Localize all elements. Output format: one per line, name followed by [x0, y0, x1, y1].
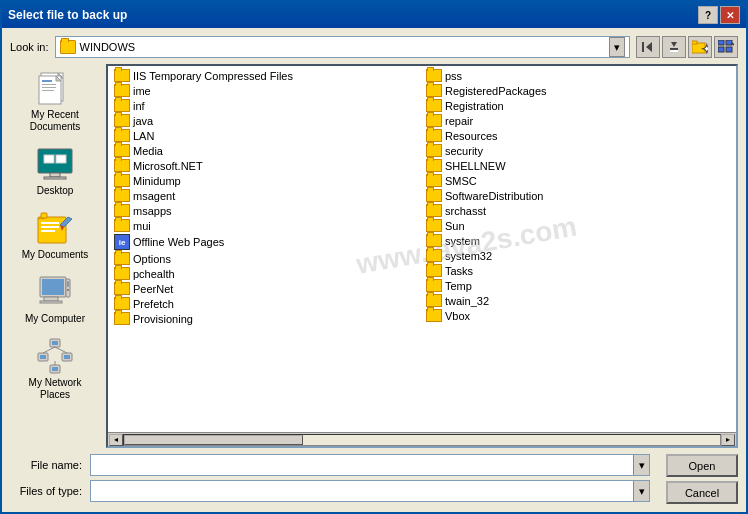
list-item[interactable]: java: [110, 113, 422, 128]
view-button[interactable]: [714, 36, 738, 58]
sidebar-item-recent[interactable]: My Recent Documents: [10, 64, 100, 138]
list-item[interactable]: system32: [422, 248, 734, 263]
folder-icon: [426, 159, 442, 172]
scroll-right-button[interactable]: ▸: [721, 434, 735, 446]
list-item[interactable]: twain_32: [422, 293, 734, 308]
list-item[interactable]: mui: [110, 218, 422, 233]
list-item[interactable]: Options: [110, 251, 422, 266]
filename-input[interactable]: [91, 455, 633, 475]
sidebar-item-desktop[interactable]: Desktop: [10, 140, 100, 202]
file-item-name: Minidump: [133, 175, 181, 187]
file-item-name: repair: [445, 115, 473, 127]
file-item-name: security: [445, 145, 483, 157]
list-item[interactable]: Sun: [422, 218, 734, 233]
list-item[interactable]: pss: [422, 68, 734, 83]
new-folder-button[interactable]: ✦: [688, 36, 712, 58]
svg-rect-36: [67, 289, 69, 291]
folder-icon: [114, 312, 130, 325]
list-item[interactable]: Temp: [422, 278, 734, 293]
filename-dropdown-arrow[interactable]: ▾: [633, 455, 649, 475]
combo-dropdown-arrow[interactable]: ▾: [609, 37, 625, 57]
back-button[interactable]: [636, 36, 660, 58]
file-item-name: SoftwareDistribution: [445, 190, 543, 202]
list-item[interactable]: IIS Temporary Compressed Files: [110, 68, 422, 83]
folder-icon: [426, 114, 442, 127]
close-button[interactable]: ✕: [720, 6, 740, 24]
open-button[interactable]: Open: [666, 454, 738, 477]
file-item-name: mui: [133, 220, 151, 232]
list-item[interactable]: Vbox: [422, 308, 734, 323]
list-item[interactable]: LAN: [110, 128, 422, 143]
list-item[interactable]: Minidump: [110, 173, 422, 188]
sidebar-item-documents-label: My Documents: [22, 249, 89, 261]
list-item[interactable]: Provisioning: [110, 311, 422, 326]
svg-rect-32: [44, 297, 58, 301]
filetype-label: Files of type:: [10, 485, 82, 497]
bottom-rows: File name: ▾ Files of type: ▾: [10, 454, 738, 504]
sidebar-item-computer[interactable]: My Computer: [10, 268, 100, 330]
scroll-left-button[interactable]: ◂: [109, 434, 123, 446]
my-documents-icon: [35, 209, 75, 247]
list-item[interactable]: Registration: [422, 98, 734, 113]
folder-icon: [426, 129, 442, 142]
folder-icon: [426, 219, 442, 232]
svg-rect-22: [56, 155, 66, 163]
list-item[interactable]: Media: [110, 143, 422, 158]
filetype-input[interactable]: [91, 481, 633, 501]
file-item-name: PeerNet: [133, 283, 173, 295]
svg-text:✦: ✦: [702, 43, 708, 54]
file-item-name: Resources: [445, 130, 498, 142]
list-item[interactable]: msapps: [110, 203, 422, 218]
list-item[interactable]: inf: [110, 98, 422, 113]
dialog-title: Select file to back up: [8, 8, 127, 22]
folder-icon: [426, 294, 442, 307]
svg-rect-35: [67, 281, 69, 287]
list-item[interactable]: system: [422, 233, 734, 248]
list-item[interactable]: pchealth: [110, 266, 422, 281]
list-item[interactable]: ime: [110, 83, 422, 98]
svg-rect-0: [670, 50, 678, 52]
sidebar-item-network[interactable]: My Network Places: [10, 332, 100, 406]
list-item[interactable]: SHELLNEW: [422, 158, 734, 173]
list-item[interactable]: RegisteredPackages: [422, 83, 734, 98]
list-item[interactable]: Prefetch: [110, 296, 422, 311]
svg-rect-24: [44, 177, 66, 179]
sidebar-item-documents[interactable]: My Documents: [10, 204, 100, 266]
list-item[interactable]: Microsoft.NET: [110, 158, 422, 173]
list-item[interactable]: srchasst: [422, 203, 734, 218]
list-item[interactable]: Resources: [422, 128, 734, 143]
list-item[interactable]: SoftwareDistribution: [422, 188, 734, 203]
cancel-button[interactable]: Cancel: [666, 481, 738, 504]
file-item-name: Vbox: [445, 310, 470, 322]
sidebar-item-network-label: My Network Places: [29, 377, 82, 401]
folder-icon: [114, 174, 130, 187]
button-area: Open Cancel: [666, 454, 738, 504]
filetype-dropdown-arrow[interactable]: ▾: [633, 481, 649, 501]
list-item[interactable]: SMSC: [422, 173, 734, 188]
svg-rect-21: [44, 155, 54, 163]
help-button[interactable]: ?: [698, 6, 718, 24]
file-item-name: pchealth: [133, 268, 175, 280]
desktop-icon: [35, 145, 75, 183]
svg-rect-46: [52, 367, 58, 371]
scrollbar-thumb[interactable]: [124, 435, 303, 445]
list-item[interactable]: repair: [422, 113, 734, 128]
file-item-name: Tasks: [445, 265, 473, 277]
list-item[interactable]: Tasks: [422, 263, 734, 278]
nav-buttons: ✦: [636, 36, 738, 58]
file-item-name: inf: [133, 100, 145, 112]
list-item[interactable]: PeerNet: [110, 281, 422, 296]
svg-rect-29: [41, 230, 55, 232]
svg-rect-7: [726, 47, 732, 52]
svg-rect-27: [41, 222, 59, 224]
svg-rect-5: [726, 40, 732, 45]
look-in-combo[interactable]: WINDOWS ▾: [55, 36, 630, 58]
folder-icon: [426, 174, 442, 187]
filename-row: File name: ▾: [10, 454, 650, 476]
list-item[interactable]: msagent: [110, 188, 422, 203]
list-item[interactable]: security: [422, 143, 734, 158]
scrollbar-track[interactable]: [123, 434, 721, 446]
list-item[interactable]: ieOffline Web Pages: [110, 233, 422, 251]
up-button[interactable]: [662, 36, 686, 58]
folder-icon: [114, 267, 130, 280]
